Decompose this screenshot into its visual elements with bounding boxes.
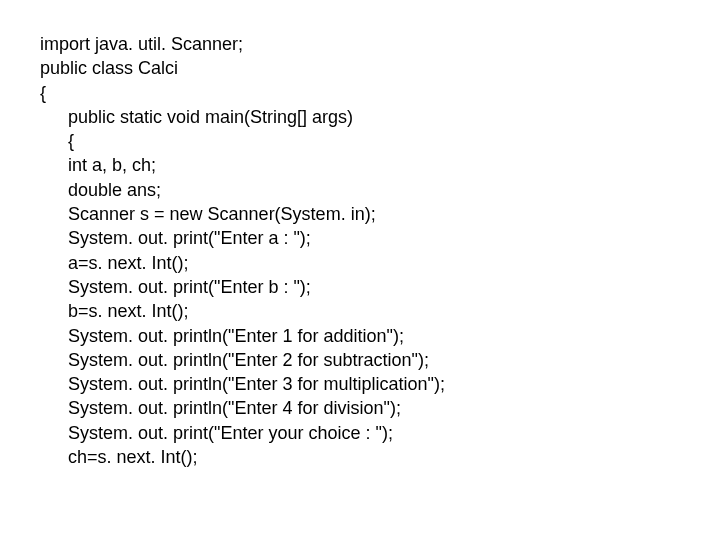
- code-line: System. out. println("Enter 3 for multip…: [40, 372, 720, 396]
- code-block: import java. util. Scanner; public class…: [0, 0, 720, 469]
- code-line: System. out. print("Enter your choice : …: [40, 421, 720, 445]
- code-line: public class Calci: [40, 56, 720, 80]
- code-line: ch=s. next. Int();: [40, 445, 720, 469]
- code-line: public static void main(String[] args): [40, 105, 720, 129]
- code-line: System. out. println("Enter 2 for subtra…: [40, 348, 720, 372]
- code-line: b=s. next. Int();: [40, 299, 720, 323]
- code-line: {: [40, 81, 720, 105]
- code-line: {: [40, 129, 720, 153]
- code-line: a=s. next. Int();: [40, 251, 720, 275]
- code-line: System. out. println("Enter 1 for additi…: [40, 324, 720, 348]
- code-line: System. out. print("Enter a : ");: [40, 226, 720, 250]
- code-line: int a, b, ch;: [40, 153, 720, 177]
- code-line: System. out. println("Enter 4 for divisi…: [40, 396, 720, 420]
- code-line: double ans;: [40, 178, 720, 202]
- code-line: import java. util. Scanner;: [40, 32, 720, 56]
- code-line: System. out. print("Enter b : ");: [40, 275, 720, 299]
- code-line: Scanner s = new Scanner(System. in);: [40, 202, 720, 226]
